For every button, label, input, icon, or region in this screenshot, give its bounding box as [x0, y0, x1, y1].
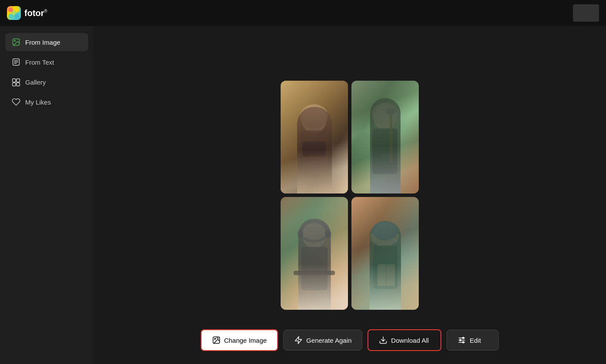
generate-icon — [294, 336, 303, 344]
generated-image-4[interactable] — [351, 197, 419, 310]
svg-point-44 — [215, 338, 216, 340]
sidebar-item-my-likes[interactable]: My Likes — [5, 93, 88, 111]
svg-point-24 — [372, 103, 398, 125]
svg-rect-16 — [281, 81, 348, 193]
svg-rect-14 — [13, 83, 16, 86]
generated-image-2[interactable] — [351, 81, 419, 193]
svg-point-1 — [9, 8, 13, 13]
sidebar-item-from-image[interactable]: From Image — [5, 33, 88, 51]
svg-rect-13 — [17, 79, 20, 82]
from-image-icon — [11, 37, 21, 47]
change-image-label: Change Image — [224, 337, 267, 344]
svg-rect-20 — [302, 141, 326, 157]
svg-point-2 — [15, 8, 20, 13]
svg-point-31 — [297, 230, 303, 238]
svg-point-5 — [12, 11, 16, 15]
svg-point-51 — [460, 339, 461, 341]
svg-point-50 — [463, 337, 464, 338]
sidebar-label-my-likes: My Likes — [25, 98, 51, 106]
svg-rect-33 — [301, 247, 328, 290]
svg-point-3 — [9, 14, 13, 19]
sidebar: From Image From Text — [0, 26, 93, 364]
generate-again-button[interactable]: Generate Again — [283, 330, 362, 351]
svg-rect-34 — [294, 271, 335, 275]
svg-point-36 — [374, 222, 396, 248]
svg-rect-21 — [303, 142, 325, 155]
svg-point-32 — [325, 230, 331, 238]
svg-rect-35 — [351, 197, 419, 310]
svg-rect-26 — [390, 111, 392, 163]
svg-rect-12 — [13, 79, 16, 82]
from-text-icon — [11, 57, 21, 67]
content-area: Change Image Generate Again — [93, 26, 606, 364]
svg-rect-15 — [17, 83, 20, 86]
edit-icon — [457, 336, 466, 344]
logo: fotor® — [7, 6, 47, 20]
my-likes-icon — [11, 97, 21, 107]
edit-button[interactable]: Edit — [447, 330, 499, 351]
sidebar-label-from-text: From Text — [25, 59, 54, 66]
sidebar-item-from-text[interactable]: From Text — [5, 53, 88, 71]
svg-point-52 — [463, 341, 464, 343]
main-layout: From Image From Text — [0, 26, 606, 364]
generated-image-3[interactable] — [281, 197, 348, 310]
svg-point-7 — [14, 40, 16, 42]
svg-point-23 — [374, 105, 396, 131]
header-user-area[interactable] — [573, 4, 599, 22]
svg-point-17 — [302, 106, 326, 134]
action-bar: Change Image Generate Again — [201, 329, 499, 351]
svg-rect-25 — [372, 128, 397, 174]
svg-point-29 — [302, 222, 326, 249]
header: fotor® — [0, 0, 606, 26]
generated-images-grid — [281, 81, 419, 310]
svg-point-37 — [369, 232, 378, 244]
edit-label: Edit — [470, 337, 481, 344]
svg-point-30 — [300, 222, 328, 241]
svg-point-18 — [300, 104, 328, 128]
logo-text: fotor® — [24, 8, 47, 18]
svg-rect-28 — [281, 197, 348, 310]
svg-rect-41 — [378, 264, 395, 286]
sidebar-label-from-image: From Image — [25, 39, 60, 46]
svg-point-39 — [372, 221, 398, 240]
download-all-button[interactable]: Download All — [368, 329, 441, 351]
change-image-button[interactable]: Change Image — [201, 329, 278, 351]
svg-rect-22 — [351, 81, 419, 193]
change-image-icon — [212, 336, 221, 344]
svg-point-4 — [15, 14, 20, 19]
download-icon — [379, 336, 387, 344]
svg-rect-40 — [373, 246, 397, 289]
gallery-icon — [11, 77, 21, 87]
svg-marker-45 — [295, 337, 302, 344]
generate-again-label: Generate Again — [306, 337, 351, 344]
svg-point-27 — [386, 108, 396, 115]
download-all-label: Download All — [391, 337, 429, 344]
svg-point-38 — [392, 232, 400, 244]
generated-image-1[interactable] — [281, 81, 348, 193]
svg-rect-19 — [300, 131, 328, 174]
fotor-logo-icon — [7, 6, 21, 20]
sidebar-label-gallery: Gallery — [25, 79, 46, 86]
sidebar-item-gallery[interactable]: Gallery — [5, 73, 88, 91]
